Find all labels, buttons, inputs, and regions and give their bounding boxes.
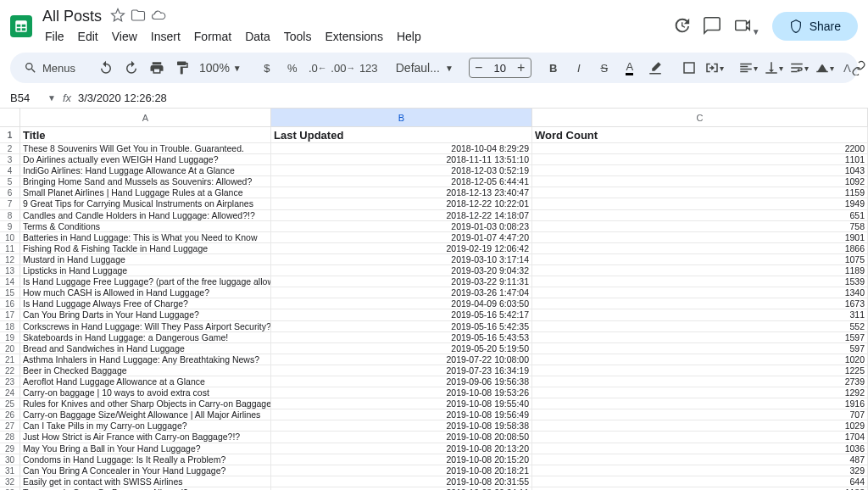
cell[interactable]: Fishing Rod & Fishing Tackle in Hand Lug… (20, 243, 271, 253)
cell[interactable]: 1189 (532, 265, 868, 276)
cell[interactable]: 2200 (532, 143, 868, 153)
cell[interactable]: 2019-10-08 20:18:21 (271, 465, 532, 476)
cell[interactable]: May You Bring a Ball in Your Hand Luggag… (20, 443, 271, 454)
cell[interactable]: Just How Strict is Air France with Carry… (20, 432, 271, 442)
cell[interactable]: Bread and Sandwiches in Hand Luggage (20, 343, 271, 354)
row-header[interactable]: 32 (0, 476, 20, 487)
cell[interactable]: 1673 (532, 298, 868, 309)
cell[interactable]: Lipsticks in Hand Luggage (20, 265, 271, 276)
cell[interactable]: 2018-11-11 13:51:10 (271, 154, 532, 164)
cell[interactable]: 1159 (532, 187, 868, 198)
paint-format-button[interactable] (170, 56, 194, 80)
sheets-logo[interactable] (10, 15, 32, 37)
cell[interactable]: Rules for Knives and other Sharp Objects… (20, 398, 271, 409)
cell[interactable]: 1597 (532, 332, 868, 342)
cell[interactable]: 2018-12-13 23:40:47 (271, 187, 532, 198)
row-header[interactable]: 19 (0, 332, 20, 342)
row-header[interactable]: 9 (0, 221, 20, 231)
cell[interactable]: 1075 (532, 254, 868, 264)
row-header[interactable]: 11 (0, 243, 20, 253)
comment-icon[interactable] (703, 16, 721, 37)
meet-icon[interactable]: ▼ (733, 16, 760, 37)
cell[interactable]: How much CASH is Allowed in Hand Luggage… (20, 287, 271, 298)
history-icon[interactable] (672, 16, 691, 37)
cell[interactable]: Carry-on Baggage Size/Weight Allowance |… (20, 409, 271, 420)
menu-extensions[interactable]: Extensions (319, 27, 388, 46)
cell[interactable]: 2019-10-08 19:56:49 (271, 409, 532, 420)
cell[interactable]: Easily get in contact with SWISS Airline… (20, 476, 271, 487)
cell[interactable]: 2019-01-03 0:08:23 (271, 221, 532, 231)
cell[interactable]: 1340 (532, 287, 868, 298)
cell[interactable]: 1916 (532, 398, 868, 409)
cell[interactable]: 2018-12-03 0:52:19 (271, 165, 532, 175)
formula-input[interactable]: 3/3/2020 12:26:28 (78, 92, 167, 104)
cell[interactable]: Beer in Checked Baggage (20, 365, 271, 376)
row-header[interactable]: 2 (0, 143, 20, 153)
row-header[interactable]: 21 (0, 354, 20, 365)
menu-help[interactable]: Help (391, 27, 427, 46)
cell[interactable]: Title (20, 127, 271, 142)
menu-edit[interactable]: Edit (72, 27, 104, 46)
cell[interactable]: 2019-05-16 5:42:17 (271, 309, 532, 320)
row-header[interactable]: 10 (0, 232, 20, 242)
move-icon[interactable] (131, 8, 146, 26)
cell[interactable]: Small Planet Airlines | Hand Luggage Rul… (20, 187, 271, 198)
rotate-button[interactable]: ▾ (813, 56, 837, 80)
print-button[interactable] (145, 56, 169, 80)
cell[interactable]: 1292 (532, 387, 868, 398)
cell[interactable]: 2739 (532, 376, 868, 387)
font-size-input[interactable]: 10 (488, 62, 512, 75)
menu-format[interactable]: Format (188, 27, 237, 46)
cell[interactable]: 2019-10-08 20:31:55 (271, 476, 532, 487)
increase-decimal-button[interactable]: .00→ (331, 56, 355, 80)
row-header[interactable]: 23 (0, 376, 20, 387)
row-header[interactable]: 5 (0, 176, 20, 187)
cell[interactable]: 2018-12-22 10:22:01 (271, 198, 532, 209)
cell[interactable]: 2019-10-08 19:55:40 (271, 398, 532, 409)
row-header[interactable]: 6 (0, 187, 20, 198)
row-header[interactable]: 17 (0, 309, 20, 320)
row-header[interactable]: 1 (0, 127, 20, 142)
cell[interactable]: Batteries in Hand Luggage: This is What … (20, 232, 271, 242)
wrap-button[interactable]: ▾ (787, 56, 811, 80)
cell[interactable]: 329 (532, 465, 868, 476)
menu-data[interactable]: Data (239, 27, 276, 46)
merge-button[interactable]: ▾ (703, 56, 726, 80)
cell[interactable]: Corkscrews in Hand Luggage: Will They Pa… (20, 321, 271, 331)
cell[interactable]: 1092 (532, 176, 868, 187)
select-all-corner[interactable] (0, 109, 20, 126)
cell[interactable]: 1020 (532, 354, 868, 365)
redo-button[interactable] (120, 56, 143, 80)
cell[interactable]: 2019-10-08 20:13:20 (271, 443, 532, 454)
cell[interactable]: 2019-03-22 9:11:31 (271, 276, 532, 287)
cell[interactable]: 1029 (532, 420, 868, 431)
doc-title[interactable]: All Posts (39, 7, 105, 26)
row-header[interactable]: 12 (0, 254, 20, 264)
borders-button[interactable] (677, 56, 701, 80)
row-header[interactable]: 31 (0, 465, 20, 476)
cell[interactable]: 1704 (532, 432, 868, 442)
cell[interactable]: 1036 (532, 443, 868, 454)
text-color-button[interactable]: A (618, 56, 642, 80)
cell[interactable]: 1101 (532, 154, 868, 164)
cell[interactable]: 2018-10-04 8:29:29 (271, 143, 532, 153)
cell[interactable]: 2019-05-16 5:43:53 (271, 332, 532, 342)
cell[interactable]: Can You Bring Darts in Your Hand Luggage… (20, 309, 271, 320)
decrease-font-button[interactable]: − (470, 60, 488, 75)
cell[interactable]: 9 Great Tips for Carrying Musical Instru… (20, 198, 271, 209)
cell[interactable]: 2019-02-19 12:06:42 (271, 243, 532, 253)
cell[interactable]: Mustard in Hand Luggage (20, 254, 271, 264)
row-header[interactable]: 18 (0, 321, 20, 331)
cell[interactable]: Is Hand Luggage Free Luggage? (part of t… (20, 276, 271, 287)
cell[interactable]: Asthma Inhalers in Hand Luggage: Any Bre… (20, 354, 271, 365)
cell[interactable]: 1225 (532, 365, 868, 376)
row-header[interactable]: 24 (0, 387, 20, 398)
cell[interactable]: 1949 (532, 198, 868, 209)
cell[interactable]: Terms & Conditions (20, 221, 271, 231)
cell[interactable]: Last Updated (271, 127, 532, 142)
cell[interactable]: Bringing Home Sand and Mussels as Souven… (20, 176, 271, 187)
col-header-A[interactable]: A (20, 109, 271, 126)
cell[interactable]: Aeroflot Hand Luggage Allowance at a Gla… (20, 376, 271, 387)
cell[interactable]: 1043 (532, 165, 868, 175)
cell[interactable]: 2019-03-10 3:17:14 (271, 254, 532, 264)
